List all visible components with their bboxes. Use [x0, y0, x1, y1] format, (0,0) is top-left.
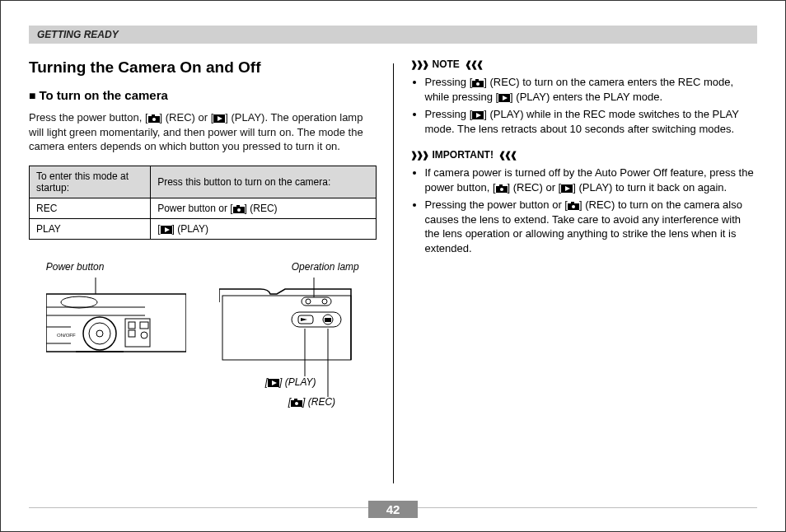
svg-point-17	[83, 317, 116, 350]
table-header-mode: To enter this mode at startup:	[30, 166, 151, 198]
important-label: IMPORTANT!	[433, 149, 494, 161]
wing-right-icon: ❰❰❰	[465, 59, 482, 70]
manual-page: GETTING READY Turning the Camera On and …	[0, 0, 786, 532]
svg-point-18	[89, 323, 110, 344]
camera-icon	[148, 114, 160, 123]
camera-top-diagram: ON/OFF	[46, 278, 186, 376]
two-column-layout: Turning the Camera On and Off ■To turn o…	[29, 58, 757, 483]
startup-mode-table: To enter this mode at startup: Press thi…	[29, 166, 377, 240]
camera-back-diagram	[219, 278, 359, 409]
svg-point-30	[322, 299, 327, 304]
svg-point-14	[61, 296, 97, 308]
svg-rect-27	[222, 296, 351, 360]
svg-point-7	[237, 208, 241, 212]
rec-callout: [] (REC)	[288, 396, 335, 408]
svg-point-45	[476, 82, 480, 86]
svg-rect-24	[140, 322, 148, 329]
play-icon	[498, 94, 510, 102]
note-item: Pressing [] (REC) to turn on the camera …	[425, 75, 758, 104]
power-button-diagram: Power button ON/OFF	[46, 261, 186, 409]
note-heading: ❱❱❱ NOTE ❰❰❰	[410, 58, 758, 70]
diagram-row: Power button ON/OFF	[29, 261, 377, 409]
table-row: PLAY [] (PLAY)	[30, 218, 377, 239]
svg-point-19	[96, 330, 103, 337]
play-icon	[161, 226, 172, 234]
svg-rect-1	[152, 114, 155, 117]
play-icon	[213, 114, 225, 123]
section-header: GETTING READY	[29, 26, 757, 44]
svg-rect-51	[499, 184, 503, 187]
intro-paragraph: Press the power button, [] (REC) or [] (…	[29, 110, 377, 154]
note-label: NOTE	[433, 58, 460, 70]
play-icon	[472, 111, 484, 119]
sub-heading-text: To turn on the camera	[39, 88, 167, 102]
svg-rect-23	[129, 330, 135, 337]
onoff-label: ON/OFF	[57, 333, 76, 338]
svg-rect-35	[325, 318, 331, 322]
page-title: Turning the Camera On and Off	[29, 58, 377, 77]
play-callout: [] (PLAY)	[265, 376, 316, 388]
svg-point-2	[152, 118, 156, 121]
camera-icon	[233, 205, 245, 213]
svg-rect-31	[292, 312, 341, 327]
camera-icon	[291, 399, 302, 407]
cell-button: [] (PLAY)	[151, 218, 376, 239]
important-item: Pressing the power button or [] (REC) to…	[425, 198, 758, 255]
table-row: REC Power button or [] (REC)	[30, 198, 377, 218]
svg-point-57	[572, 205, 575, 208]
wing-left-icon: ❱❱❱	[410, 59, 428, 70]
sub-heading: ■To turn on the camera	[29, 88, 377, 102]
svg-marker-33	[301, 318, 307, 321]
svg-point-25	[141, 332, 147, 338]
note-item: Pressing [] (PLAY) while in the REC mode…	[425, 107, 758, 136]
operation-lamp-diagram: Operation lamp	[219, 261, 359, 409]
svg-rect-6	[236, 205, 240, 208]
cell-mode: REC	[30, 198, 151, 218]
wing-left-icon: ❱❱❱	[410, 150, 428, 161]
svg-point-42	[295, 402, 298, 405]
svg-point-29	[306, 299, 311, 304]
svg-rect-41	[294, 399, 297, 401]
operation-lamp-label: Operation lamp	[292, 261, 359, 273]
wing-right-icon: ❰❰❰	[498, 150, 516, 161]
svg-rect-44	[475, 79, 479, 82]
column-divider	[393, 63, 394, 483]
cell-button: Power button or [] (REC)	[151, 198, 376, 218]
left-column: Turning the Camera On and Off ■To turn o…	[29, 58, 377, 483]
camera-icon	[568, 202, 579, 210]
important-item: If camera power is turned off by the Aut…	[425, 166, 758, 194]
play-icon	[268, 379, 279, 387]
camera-icon	[472, 79, 484, 87]
important-list: If camera power is turned off by the Aut…	[410, 166, 758, 255]
power-button-label: Power button	[46, 261, 105, 273]
table-header-button: Press this button to turn on the camera:	[151, 166, 376, 198]
page-number: 42	[368, 501, 418, 518]
square-bullet-icon: ■	[29, 89, 35, 102]
camera-icon	[496, 184, 508, 193]
play-icon	[561, 184, 573, 193]
cell-mode: PLAY	[30, 218, 151, 239]
svg-point-52	[500, 188, 503, 191]
important-heading: ❱❱❱ IMPORTANT! ❰❰❰	[410, 149, 758, 161]
right-column: ❱❱❱ NOTE ❰❰❰ Pressing [] (REC) to turn o…	[410, 58, 758, 483]
svg-rect-56	[571, 202, 574, 204]
note-list: Pressing [] (REC) to turn on the camera …	[410, 75, 758, 136]
svg-rect-22	[129, 322, 135, 329]
